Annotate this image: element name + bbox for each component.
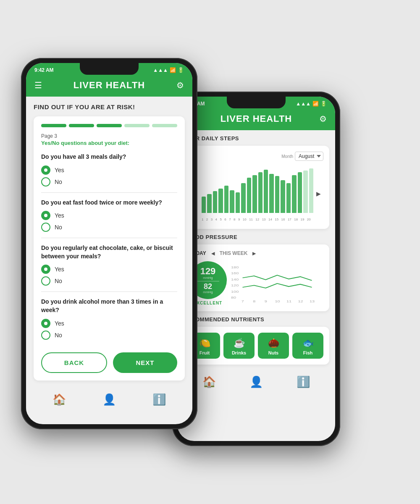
nutrient-nuts[interactable]: 🌰 Nuts — [258, 333, 289, 359]
nutrients-card: 🍋 Fruit ☕ Drinks 🌰 Nuts 🐟 — [183, 327, 329, 365]
info-nav-front[interactable]: ℹ️ — [152, 393, 166, 406]
chart-bar-17 — [292, 175, 296, 213]
nuts-label: Nuts — [268, 350, 278, 355]
home-nav-front[interactable]: 🏠 — [52, 393, 66, 406]
q2-no-label: No — [55, 224, 62, 231]
q3-yes-option[interactable]: Yes — [41, 265, 177, 274]
bp-diastolic: 82 — [204, 283, 212, 290]
svg-text:11: 11 — [286, 299, 291, 302]
chart-bar-20 — [309, 168, 313, 213]
svg-text:160: 160 — [231, 272, 239, 275]
home-nav-back[interactable]: 🏠 — [202, 375, 216, 388]
chart-bar-10 — [252, 175, 257, 213]
next-button[interactable]: NEXT — [113, 352, 177, 373]
question-1-text: Do you have all 3 meals daily? — [41, 153, 177, 161]
q4-yes-option[interactable]: Yes — [41, 319, 177, 328]
bp-tab-week[interactable]: THIS WEEK — [220, 250, 248, 256]
q3-no-option[interactable]: No — [41, 276, 177, 286]
chart-bar-8 — [241, 183, 245, 213]
q2-yes-radio[interactable] — [41, 211, 50, 220]
bp-title: BLOOD PRESSURE — [183, 234, 329, 240]
bp-tab-arrow-left[interactable]: ◀ — [211, 251, 215, 256]
svg-text:100: 100 — [231, 290, 239, 293]
month-selector: Month August July June — [189, 152, 323, 161]
q1-yes-option[interactable]: Yes — [41, 165, 177, 175]
q3-radio-group: Yes No — [41, 265, 177, 286]
svg-text:80: 80 — [231, 296, 236, 299]
progress-seg-5 — [152, 124, 177, 127]
notch-back — [227, 97, 286, 108]
bp-card: TODAY ◀ THIS WEEK ▶ 129 mmHg 82 m — [183, 244, 329, 311]
fruit-icon: 🍋 — [199, 338, 210, 349]
q1-no-option[interactable]: No — [41, 177, 177, 186]
status-icons-front: ▲▲▲ 📶 🔋 — [153, 67, 184, 73]
q4-radio-group: Yes No — [41, 319, 177, 340]
chart-arrow-right[interactable]: ▶ — [316, 190, 321, 197]
nutrient-fish[interactable]: 🐟 Fish — [292, 333, 323, 359]
page-subtitle: Yes/No questions about your diet: — [41, 140, 177, 146]
front-phone: 9:42 AM ▲▲▲ 📶 🔋 ☰ LIVER HEALTH ⚙ FIND OU… — [21, 58, 197, 429]
chart-bar-4 — [218, 189, 223, 213]
menu-icon[interactable]: ☰ — [34, 80, 42, 90]
nutrients-grid: 🍋 Fruit ☕ Drinks 🌰 Nuts 🐟 — [189, 333, 323, 359]
bp-systolic-unit: mmHg — [203, 276, 213, 280]
month-dropdown[interactable]: August July June — [295, 152, 323, 161]
q3-yes-radio[interactable] — [41, 265, 50, 274]
info-nav-back[interactable]: ℹ️ — [297, 375, 310, 388]
bottom-nav-front: 🏠 👤 ℹ️ — [26, 387, 192, 415]
x-labels: 1234567891011121314151617181920 — [202, 218, 311, 221]
q3-no-radio[interactable] — [41, 276, 50, 286]
steps-card: Month August July June 10K 8K 6K 4K — [183, 146, 329, 229]
svg-text:7: 7 — [242, 299, 244, 302]
nuts-icon: 🌰 — [268, 338, 279, 349]
profile-nav-back[interactable]: 👤 — [249, 375, 263, 388]
question-1: Do you have all 3 meals daily? Yes No — [41, 153, 177, 193]
app-header-front: ☰ LIVER HEALTH ⚙ — [26, 76, 192, 97]
steps-title: YOUR DAILY STEPS — [183, 135, 329, 142]
q2-no-radio[interactable] — [41, 223, 50, 232]
svg-text:140: 140 — [231, 278, 239, 281]
progress-seg-1 — [41, 124, 66, 127]
q1-yes-radio[interactable] — [41, 165, 50, 175]
fruit-label: Fruit — [200, 350, 210, 355]
profile-nav-front[interactable]: 👤 — [102, 393, 116, 406]
q4-no-radio[interactable] — [41, 331, 50, 340]
wifi-icon: 📶 — [170, 67, 176, 73]
bp-tab-arrow-right[interactable]: ▶ — [252, 251, 256, 256]
signal-icon-back: ▲▲▲ — [296, 101, 311, 107]
signal-icon: ▲▲▲ — [153, 67, 168, 73]
question-2-text: Do you eat fast food twice or more weekl… — [41, 199, 177, 207]
chart-bar-18 — [298, 172, 302, 213]
battery-icon-back: 🔋 — [320, 101, 327, 107]
q2-no-option[interactable]: No — [41, 223, 177, 232]
notch-front — [80, 63, 139, 75]
bp-tabs: TODAY ◀ THIS WEEK ▶ — [189, 250, 323, 256]
svg-text:13: 13 — [310, 299, 315, 302]
q2-yes-option[interactable]: Yes — [41, 211, 177, 220]
battery-icon-front: 🔋 — [178, 67, 184, 73]
q1-yes-label: Yes — [55, 167, 64, 173]
q3-no-label: No — [55, 278, 62, 284]
drinks-label: Drinks — [232, 350, 246, 355]
q4-no-option[interactable]: No — [41, 331, 177, 340]
q4-yes-radio[interactable] — [41, 319, 50, 328]
question-3: Do you regularly eat chocolate, cake, or… — [41, 244, 177, 292]
bp-inner: 129 mmHg 82 mmHg EXCELLENT 180 — [189, 261, 323, 305]
question-2: Do you eat fast food twice or more weekl… — [41, 199, 177, 239]
q1-no-radio[interactable] — [41, 177, 50, 186]
settings-icon-front[interactable]: ⚙ — [176, 80, 184, 90]
nutrient-drinks[interactable]: ☕ Drinks — [223, 333, 255, 359]
chart-bar-12 — [264, 170, 268, 213]
chart-bar-11 — [258, 172, 262, 213]
q2-radio-group: Yes No — [41, 211, 177, 232]
screen-front: 9:42 AM ▲▲▲ 📶 🔋 ☰ LIVER HEALTH ⚙ FIND OU… — [26, 63, 192, 424]
button-row: BACK NEXT — [41, 352, 177, 373]
settings-icon-back[interactable]: ⚙ — [319, 114, 327, 124]
svg-text:120: 120 — [231, 284, 239, 287]
bp-status: EXCELLENT — [194, 301, 222, 305]
drinks-icon: ☕ — [234, 338, 245, 349]
question-4-text: Do you drink alcohol more than 3 times i… — [41, 298, 177, 314]
front-content: FIND OUT IF YOU ARE AT RISK! Page 3 Yes/… — [26, 97, 192, 387]
back-button[interactable]: BACK — [41, 352, 107, 373]
svg-text:9: 9 — [265, 299, 267, 302]
